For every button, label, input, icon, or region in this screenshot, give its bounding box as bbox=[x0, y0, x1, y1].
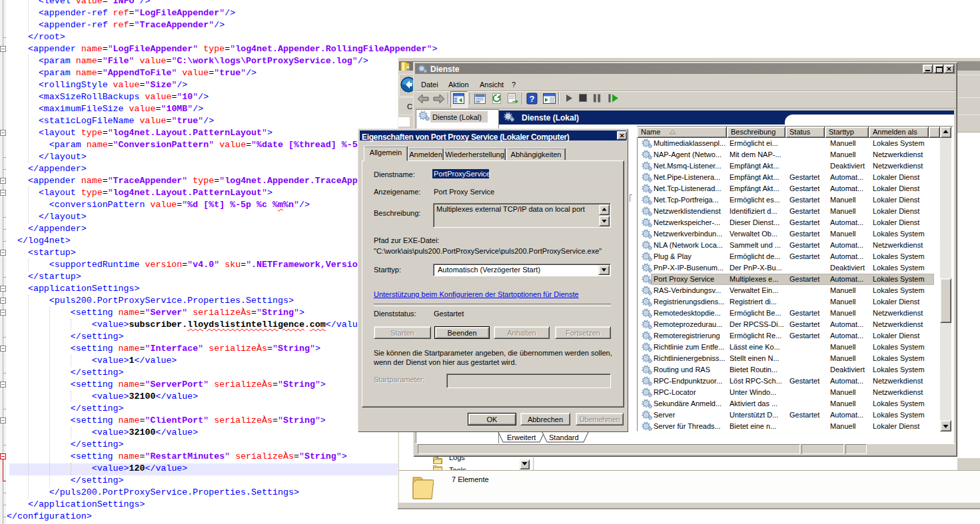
svg-text:?: ? bbox=[530, 94, 535, 104]
